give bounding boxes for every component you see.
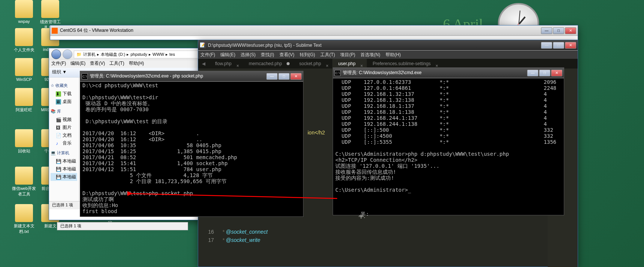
vmware-titlebar[interactable]: CentOS 64 位 - VMware Workstation — □ ✕ [50,25,578,36]
cmd1-title: 管理员: C:\Windows\system32\cmd.exe - php s… [90,73,266,79]
desktop-icon[interactable]: 新建文本文档.txt [10,204,37,234]
desktop-icon[interactable]: wxpay [10,0,37,24]
icon-label: 新建文本文档.txt [10,223,37,234]
menu-select[interactable]: 选择(S) [241,52,256,58]
menu-file[interactable]: 文件(F) [51,60,66,68]
sidebar-item-disk[interactable]: 💾本地磁 [51,165,77,173]
close-button[interactable]: ✕ [290,73,302,80]
menu-project[interactable]: 项目(P) [340,52,355,58]
sidebar-library[interactable]: 📚库 [51,109,77,114]
dirty-icon [287,62,290,65]
crumb[interactable]: phpstudy [130,52,147,57]
close-button[interactable]: ✕ [565,27,576,34]
menu-view[interactable]: 查看(V) [90,60,105,68]
icon-label: 微信web开发者工具 [10,186,37,197]
tab-socket[interactable]: socket.php× [293,59,332,69]
menu-view[interactable]: 查看(V) [279,52,294,58]
sidebar-item-video[interactable]: 🎬视频 [51,116,77,124]
cmd-window-socket[interactable]: C:\ 管理员: C:\Windows\system32\cmd.exe - p… [80,71,303,217]
sidebar-item-desktop[interactable]: 🖥桌面 [51,98,77,106]
crumb[interactable]: WWW [152,52,164,57]
menu-tools[interactable]: 工具(T) [109,60,124,68]
desktop-icon[interactable]: WinSCP [10,58,37,82]
back-button[interactable] [51,49,61,59]
tab-nav-left-icon[interactable]: ◀ [198,61,209,66]
cmd2-title: 管理员: C:\Windows\system32\cmd.exe [343,70,526,76]
icon-label: 个人文件夹 [10,47,37,53]
sidebar-item-disk[interactable]: 💾本地磁 [51,157,77,165]
code-line-17: 17 * @socket_write [200,234,263,246]
explorer-statusbar-2: 已选择 1 项 [57,222,188,230]
folder-icon: 📁 [76,52,82,57]
code-fragment: ion</h2 [305,127,328,139]
crumb[interactable]: 计算机 [83,52,96,57]
minimize-button[interactable]: — [541,42,552,49]
file-icon [15,58,33,76]
sidebar-item-pictures[interactable]: 🖼图片 [51,124,77,131]
menu-prefs[interactable]: 首选项(N) [360,52,380,58]
vmware-icon [52,28,58,34]
cmd-icon: C:\ [82,73,88,79]
menu-edit[interactable]: 编辑(E) [220,52,235,58]
sidebar-item-disk[interactable]: 💾本地磁 [51,173,77,181]
file-icon [15,0,33,18]
file-icon [15,28,33,46]
icon-label: wxpay [10,19,37,24]
maximize-button[interactable]: □ [553,42,564,49]
crumb[interactable]: tes [169,52,175,57]
cmd2-output[interactable]: UDP 127.0.0.1:62373 *:* 2096 UDP 127.0.0… [333,78,564,218]
menu-file[interactable]: 文件(F) [200,52,215,58]
desktop-icon[interactable]: 个人文件夹 [10,28,37,53]
desktop-icon[interactable]: 阿里旺旺 [10,88,37,113]
icon-label: 阿里旺旺 [10,107,37,113]
sidebar-computer[interactable]: 💻计算机 [51,150,77,156]
sidebar-favorites[interactable]: ☆收藏夹 [51,83,77,88]
cmd1-output[interactable]: D:\>cd phpstudy\WWW\test D:\phpstudy\WWW… [80,82,303,227]
maximize-button[interactable]: □ [539,70,550,76]
sidebar-item-downloads[interactable]: ⬇下载 [51,90,77,98]
sidebar-item-music[interactable]: ♪音乐 [51,139,77,147]
menu-edit[interactable]: 编辑(E) [70,60,85,68]
maximize-button[interactable]: □ [553,27,564,34]
close-button[interactable]: ✕ [565,42,576,49]
desktop-icon[interactable]: 微信web开发者工具 [10,167,37,197]
cmd-icon: C:\ [335,70,341,76]
sublime-title: D:\phpstudy\WWW\test\user.php (niu, tp5)… [208,43,540,48]
crumb[interactable]: 本地磁盘 (D:) [101,52,125,57]
sublime-icon: 📝 [200,42,206,48]
file-icon [15,167,33,185]
minimize-button[interactable]: — [266,73,278,80]
menu-tools[interactable]: 工具(T) [320,52,335,58]
maximize-button[interactable]: □ [278,73,290,80]
icon-label: 回收站 [10,148,37,154]
menu-find[interactable]: 查找(I) [261,52,274,58]
icon-label: WinSCP [10,77,37,82]
file-icon [15,204,33,222]
desktop-icon[interactable]: 回收站 [10,129,37,154]
file-icon [15,88,33,106]
file-icon [41,0,59,18]
sidebar-item-docs[interactable]: 📄文档 [51,131,77,139]
tab-flow[interactable]: flow.php× [209,59,243,69]
file-icon [15,129,33,147]
cmd2-titlebar[interactable]: C:\ 管理员: C:\Windows\system32\cmd.exe — □… [333,68,564,78]
sublime-titlebar[interactable]: 📝 D:\phpstudy\WWW\test\user.php (niu, tp… [198,40,578,51]
vmware-title: CentOS 64 位 - VMware Workstation [60,27,540,34]
minimize-button[interactable]: — [541,27,552,34]
vmware-window[interactable]: CentOS 64 位 - VMware Workstation — □ ✕ [50,25,578,40]
close-button[interactable]: ✕ [551,70,562,76]
forward-button[interactable] [63,49,72,59]
menu-goto[interactable]: 转到(G) [300,52,315,58]
sublime-menubar: 文件(F) 编辑(E) 选择(S) 查找(I) 查看(V) 转到(G) 工具(T… [198,51,578,59]
explorer-sidebar: ☆收藏夹 ⬇下载 🖥桌面 📚库 🎬视频 🖼图片 📄文档 ♪音乐 💻计算机 💾本地… [49,78,79,201]
menu-help[interactable]: 帮助(H) [386,52,401,58]
minimize-button[interactable]: — [527,70,538,76]
menu-help[interactable]: 帮助(H) [129,60,144,68]
cmd-window-user[interactable]: C:\ 管理员: C:\Windows\system32\cmd.exe — □… [333,67,564,215]
tab-memcached[interactable]: memcached.php [243,59,293,69]
cmd1-titlebar[interactable]: C:\ 管理员: C:\Windows\system32\cmd.exe - p… [80,71,303,82]
